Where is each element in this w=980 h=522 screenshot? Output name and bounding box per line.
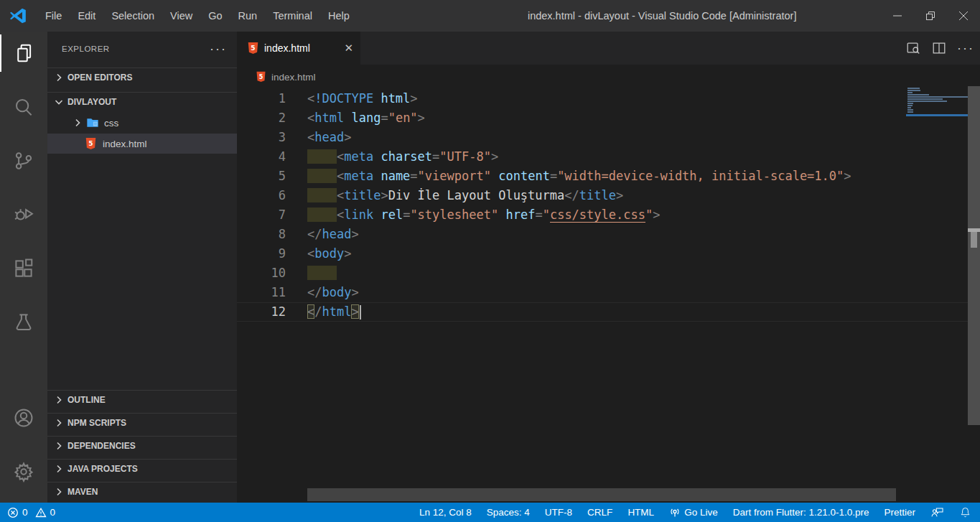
minimize-button[interactable] <box>881 0 914 32</box>
tree-item-index-html[interactable]: 5 index.html <box>47 134 237 154</box>
error-icon <box>7 507 19 518</box>
feedback-icon[interactable] <box>930 506 944 518</box>
code-line-9[interactable]: 9<body> <box>237 244 980 264</box>
explorer-header: EXPLORER <box>62 45 110 53</box>
close-icon <box>958 11 969 21</box>
menu-run[interactable]: Run <box>230 0 266 32</box>
minimize-icon <box>892 11 902 21</box>
text-cursor <box>360 305 361 320</box>
encoding[interactable]: UTF-8 <box>545 507 572 518</box>
section-outline[interactable]: OUTLINE <box>47 390 237 409</box>
status-bar: 0 0 Ln 12, Col 8 Spaces: 4 UTF-8 CRLF HT… <box>0 503 980 522</box>
html5-file-icon: 5 <box>247 42 259 55</box>
cursor-position[interactable]: Ln 12, Col 8 <box>419 507 472 518</box>
title-bar: File Edit Selection View Go Run Terminal… <box>0 0 980 32</box>
restore-button[interactable] <box>914 0 947 32</box>
html5-file-icon: 5 <box>256 71 266 83</box>
source-control-icon[interactable] <box>0 142 47 180</box>
code-line-4[interactable]: 4 <meta charset="UTF-8"> <box>237 147 980 167</box>
chevron-right-icon <box>53 394 65 406</box>
menu-view[interactable]: View <box>162 0 200 32</box>
warning-icon <box>35 507 47 518</box>
line-number: 12 <box>237 302 286 322</box>
extensions-icon[interactable] <box>0 250 47 287</box>
testing-icon[interactable] <box>0 304 47 341</box>
indentation-setting[interactable]: Spaces: 4 <box>487 507 530 518</box>
account-icon[interactable] <box>0 399 47 437</box>
menu-selection[interactable]: Selection <box>103 0 162 32</box>
code-line-6[interactable]: 6 <title>Div İle Layout Oluşturma</title… <box>237 186 980 205</box>
minimap-current-line <box>906 114 968 116</box>
code-line-7[interactable]: 7 <link rel="stylesheet" href="css/style… <box>237 205 980 225</box>
line-number: 9 <box>237 244 286 264</box>
line-number: 4 <box>237 147 286 167</box>
tree-item-css-folder[interactable]: css <box>47 113 237 133</box>
line-number: 2 <box>237 108 286 128</box>
code-line-11[interactable]: 11</body> <box>237 283 980 302</box>
explorer-sidebar: EXPLORER ··· OPEN EDITORS DIVLAYOUT css … <box>47 32 237 503</box>
prettier-button[interactable]: Prettier <box>884 507 915 518</box>
tab-index-html[interactable]: 5 index.html ✕ <box>237 32 360 65</box>
restore-icon <box>925 11 935 21</box>
code-editor[interactable]: 1<!DOCTYPE html>2<html lang="en">3<head>… <box>237 89 980 322</box>
horizontal-scrollbar[interactable] <box>307 488 896 501</box>
line-number: 5 <box>237 167 286 186</box>
open-preview-icon[interactable] <box>905 40 921 56</box>
tab-close-icon[interactable]: ✕ <box>344 42 353 55</box>
editor-area: 5 index.html ✕ ··· 5 index.html 1<!DOCTY… <box>237 32 980 503</box>
section-npm-scripts[interactable]: NPM SCRIPTS <box>47 413 237 432</box>
svg-text:5: 5 <box>259 74 263 80</box>
line-number: 10 <box>237 264 286 283</box>
settings-gear-icon[interactable] <box>0 453 47 490</box>
section-workspace-divlayout[interactable]: DIVLAYOUT <box>47 92 237 111</box>
section-dependencies[interactable]: DEPENDENCIES <box>47 436 237 455</box>
chevron-right-icon <box>72 117 83 129</box>
go-live-button[interactable]: Go Live <box>669 507 718 518</box>
line-number: 8 <box>237 225 286 244</box>
dart-flutter-version[interactable]: Dart from Flutter: 1.21.0-1.0.pre <box>733 507 869 518</box>
eol-sequence[interactable]: CRLF <box>587 507 612 518</box>
broadcast-icon <box>669 507 681 518</box>
line-number: 6 <box>237 186 286 205</box>
search-icon[interactable] <box>0 88 47 126</box>
chevron-right-icon <box>53 486 65 498</box>
section-java-projects[interactable]: JAVA PROJECTS <box>47 459 237 478</box>
close-button[interactable] <box>947 0 980 32</box>
run-debug-icon[interactable] <box>0 196 47 233</box>
menu-terminal[interactable]: Terminal <box>265 0 320 32</box>
editor-more-actions-icon[interactable]: ··· <box>957 41 974 56</box>
code-line-1[interactable]: 1<!DOCTYPE html> <box>237 89 980 108</box>
breadcrumb[interactable]: 5 index.html <box>256 65 316 89</box>
code-line-10[interactable]: 10 <box>237 264 980 283</box>
minimap[interactable] <box>906 88 968 116</box>
chevron-right-icon <box>53 463 65 475</box>
vertical-scrollbar[interactable] <box>968 86 980 425</box>
code-line-12[interactable]: 12</html> <box>237 302 980 322</box>
svg-text:5: 5 <box>251 45 255 52</box>
vscode-logo-icon <box>9 6 27 25</box>
split-editor-icon[interactable] <box>931 40 947 56</box>
code-line-3[interactable]: 3<head> <box>237 128 980 147</box>
chevron-right-icon <box>53 72 65 83</box>
explorer-icon[interactable] <box>0 34 47 72</box>
line-number: 1 <box>237 89 286 108</box>
section-maven[interactable]: MAVEN <box>47 482 237 501</box>
language-mode[interactable]: HTML <box>627 507 654 518</box>
menu-help[interactable]: Help <box>320 0 358 32</box>
menu-go[interactable]: Go <box>200 0 230 32</box>
notifications-bell-icon[interactable] <box>959 506 971 518</box>
code-line-8[interactable]: 8</head> <box>237 225 980 244</box>
svg-text:5: 5 <box>88 140 93 147</box>
section-open-editors[interactable]: OPEN EDITORS <box>47 67 237 87</box>
explorer-more-actions-icon[interactable]: ··· <box>210 45 227 52</box>
chevron-right-icon <box>53 440 65 452</box>
menu-edit[interactable]: Edit <box>70 0 103 32</box>
menu-file[interactable]: File <box>37 0 70 32</box>
code-line-2[interactable]: 2<html lang="en"> <box>237 108 980 128</box>
line-number: 11 <box>237 283 286 302</box>
problems-errors[interactable]: 0 0 <box>7 507 55 518</box>
code-line-5[interactable]: 5 <meta name="viewport" content="width=d… <box>237 167 980 186</box>
html5-file-icon: 5 <box>85 137 97 150</box>
scrollbar-handle[interactable] <box>971 232 977 248</box>
activity-bar <box>0 32 47 503</box>
